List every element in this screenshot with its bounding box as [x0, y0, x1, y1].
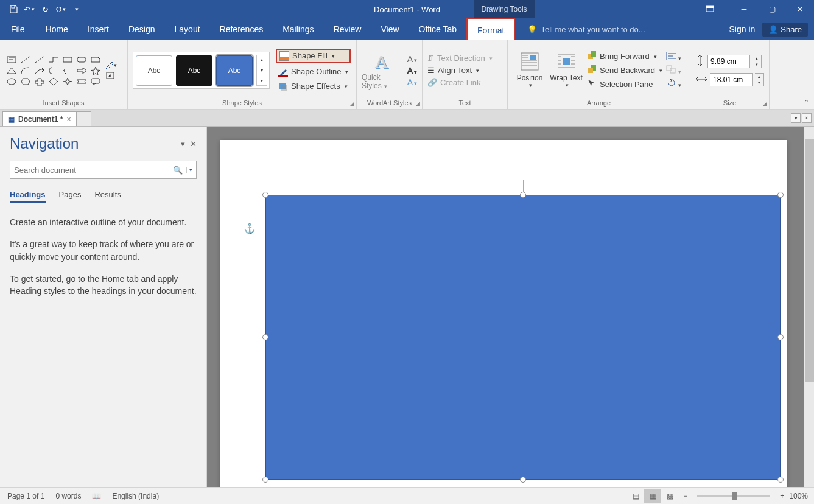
- undo-icon[interactable]: ↶▾: [23, 3, 35, 15]
- share-button[interactable]: 👤Share: [762, 23, 808, 37]
- wordart-gallery-icon[interactable]: A: [374, 51, 388, 72]
- sign-in-link[interactable]: Sign in: [729, 24, 755, 34]
- align-text-button[interactable]: ☰Align Text▾: [427, 66, 493, 75]
- ribbon-options-icon[interactable]: [696, 0, 724, 18]
- align-button[interactable]: ▾: [666, 52, 681, 62]
- document-tab[interactable]: ▦ Document1 * ×: [2, 111, 77, 126]
- text-effects-icon[interactable]: A▾: [407, 77, 417, 87]
- style-preset-1[interactable]: Abc: [136, 55, 172, 86]
- tab-design[interactable]: Design: [119, 18, 165, 40]
- edit-shape-icon[interactable]: ▾: [105, 60, 117, 70]
- nav-close-icon[interactable]: ✕: [190, 139, 197, 149]
- nav-tab-headings[interactable]: Headings: [10, 190, 46, 203]
- dialog-launcher-icon[interactable]: ◢: [416, 100, 420, 107]
- position-button[interactable]: Position▾: [513, 52, 547, 89]
- zoom-slider[interactable]: [697, 495, 770, 497]
- maximize-icon[interactable]: ▢: [758, 0, 786, 18]
- shape-roundrect[interactable]: [75, 54, 88, 65]
- style-preset-2[interactable]: Abc: [176, 55, 212, 86]
- shapes-gallery[interactable]: [5, 54, 102, 86]
- height-input[interactable]: [707, 55, 750, 68]
- style-preset-3[interactable]: Abc: [216, 55, 253, 86]
- group-button[interactable]: ▾: [666, 65, 681, 75]
- symbol-icon[interactable]: Ω▾: [55, 3, 67, 15]
- shape-callout[interactable]: [89, 76, 102, 86]
- tab-insert[interactable]: Insert: [78, 18, 119, 40]
- shape-brace[interactable]: [61, 65, 74, 75]
- resize-handle[interactable]: [777, 192, 784, 198]
- search-box[interactable]: 🔍▾: [10, 161, 197, 179]
- zoom-out-icon[interactable]: −: [683, 492, 687, 500]
- shape-oval[interactable]: [5, 76, 18, 86]
- zoom-thumb[interactable]: [732, 492, 737, 500]
- height-up-icon[interactable]: ▴: [753, 55, 761, 61]
- nav-tab-pages[interactable]: Pages: [59, 190, 82, 203]
- wrap-text-button[interactable]: Wrap Text▾: [549, 52, 583, 89]
- gallery-more-icon[interactable]: ▾: [257, 75, 267, 86]
- tab-review[interactable]: Review: [324, 18, 371, 40]
- send-backward-button[interactable]: Send Backward▾: [587, 65, 662, 76]
- language-status[interactable]: English (India): [112, 492, 159, 500]
- width-up-icon[interactable]: ▴: [755, 74, 763, 80]
- tab-home[interactable]: Home: [36, 18, 78, 40]
- redo-icon[interactable]: ↻: [39, 3, 51, 15]
- search-icon[interactable]: 🔍: [173, 166, 183, 175]
- resize-handle[interactable]: [262, 192, 268, 198]
- shape-diamond[interactable]: [47, 76, 60, 86]
- new-tab-button[interactable]: [77, 111, 91, 126]
- nav-options-icon[interactable]: ▾: [181, 139, 185, 149]
- tab-file[interactable]: File: [0, 18, 36, 40]
- selected-shape[interactable]: [265, 195, 781, 480]
- shape-line2[interactable]: [33, 54, 46, 65]
- shape-textbox[interactable]: [5, 54, 18, 65]
- text-outline-icon[interactable]: A▾: [407, 66, 417, 75]
- shape-arrow-right[interactable]: [75, 65, 88, 75]
- document-canvas[interactable]: ⚓: [207, 127, 814, 487]
- save-icon[interactable]: [7, 3, 19, 15]
- gallery-up-icon[interactable]: ▴: [257, 55, 267, 65]
- vertical-scrollbar[interactable]: [804, 127, 814, 487]
- quick-styles-button[interactable]: Quick Styles ▾: [362, 73, 401, 90]
- height-down-icon[interactable]: ▾: [753, 61, 761, 68]
- read-mode-icon[interactable]: ▤: [627, 489, 644, 503]
- tab-close-icon[interactable]: ×: [66, 114, 71, 124]
- shape-sniprect[interactable]: [89, 54, 102, 65]
- shape-style-gallery[interactable]: Abc Abc Abc ▴▾▾: [133, 52, 270, 89]
- zoom-in-icon[interactable]: +: [780, 492, 784, 500]
- shape-line[interactable]: [19, 54, 32, 65]
- tab-references[interactable]: References: [210, 18, 273, 40]
- scroll-thumb[interactable]: [805, 139, 814, 382]
- resize-handle[interactable]: [777, 334, 784, 340]
- dialog-launcher-icon[interactable]: ◢: [763, 100, 767, 107]
- shape-rect[interactable]: [61, 54, 74, 65]
- resize-handle[interactable]: [777, 477, 784, 483]
- close-icon[interactable]: ✕: [786, 0, 814, 18]
- shape-star[interactable]: [89, 65, 102, 75]
- tabbar-dropdown-icon[interactable]: ▾: [791, 113, 801, 123]
- tab-mailings[interactable]: Mailings: [273, 18, 323, 40]
- print-layout-icon[interactable]: ▦: [644, 489, 661, 503]
- spellcheck-icon[interactable]: 📖: [92, 492, 101, 500]
- resize-handle[interactable]: [262, 334, 268, 340]
- rotate-button[interactable]: ▾: [666, 79, 681, 89]
- shape-4star[interactable]: [61, 76, 74, 86]
- shape-banner[interactable]: [75, 76, 88, 86]
- word-count[interactable]: 0 words: [55, 492, 81, 500]
- collapse-ribbon-icon[interactable]: ⌃: [804, 99, 809, 107]
- draw-textbox-icon[interactable]: A: [105, 71, 117, 81]
- nav-tab-results[interactable]: Results: [94, 190, 121, 203]
- tell-me-search[interactable]: 💡Tell me what you want to do...: [527, 18, 645, 40]
- resize-handle[interactable]: [520, 477, 526, 483]
- text-fill-icon[interactable]: A▾: [407, 54, 417, 64]
- tabbar-close-icon[interactable]: ×: [802, 113, 812, 123]
- shape-plus[interactable]: [33, 76, 46, 86]
- qat-customize-icon[interactable]: ▾: [71, 3, 83, 15]
- dialog-launcher-icon[interactable]: ◢: [350, 100, 354, 107]
- web-layout-icon[interactable]: ▩: [661, 489, 678, 503]
- gallery-down-icon[interactable]: ▾: [257, 65, 267, 75]
- tab-office-tab[interactable]: Office Tab: [409, 18, 467, 40]
- shape-arrow-curve[interactable]: [33, 65, 46, 75]
- resize-handle[interactable]: [520, 192, 526, 198]
- tab-layout[interactable]: Layout: [165, 18, 210, 40]
- zoom-level[interactable]: 100%: [789, 492, 808, 500]
